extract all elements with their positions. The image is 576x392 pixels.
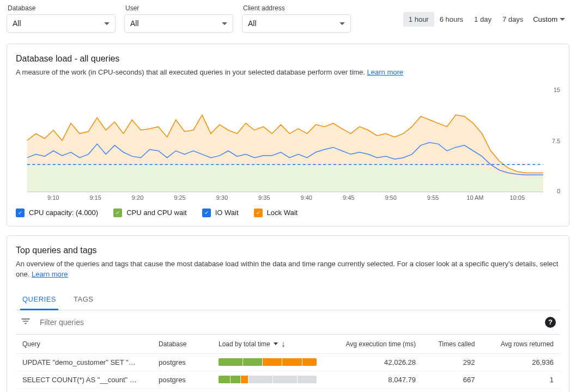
col-database[interactable]: Database	[152, 334, 212, 353]
time-1hour[interactable]: 1 hour	[403, 12, 434, 27]
legend-label: CPU capacity: (4.000)	[29, 209, 98, 217]
xtick-label: 9:45	[328, 194, 369, 201]
queries-tabs: QUERIES TAGS	[16, 290, 560, 310]
chevron-down-icon	[222, 22, 227, 25]
cell-avg-exec: 8,047.79	[323, 371, 422, 388]
chart-legend: CPU capacity: (4.000)CPU and CPU waitIO …	[16, 209, 560, 217]
load-bar	[219, 376, 317, 383]
time-custom-label: Custom	[533, 15, 557, 23]
top-queries-panel: Top queries and tags An overview of the …	[7, 235, 569, 393]
legend-label: CPU and CPU wait	[126, 209, 187, 217]
xtick-label: 10 AM	[454, 194, 496, 201]
user-filter: User All	[124, 4, 233, 33]
legend-item[interactable]: IO Wait	[202, 209, 239, 217]
cell-avg-rows: 1	[481, 371, 560, 388]
table-row[interactable]: SELECT COUNT(*) AS "__count" … postgres …	[16, 371, 560, 388]
cell-database: postgres	[152, 353, 212, 371]
table-row[interactable]: UPDATE "demo_customer" SET "… postgres 4…	[16, 353, 560, 371]
col-query[interactable]: Query	[16, 334, 152, 353]
legend-label: Lock Wait	[267, 209, 298, 217]
load-panel-title: Database load - all queries	[16, 54, 560, 64]
queries-table: Query Database Load by total time ↓ Avg …	[16, 334, 560, 389]
legend-item[interactable]: CPU and CPU wait	[113, 209, 187, 217]
top-filter-bar: Database All User All Client address All…	[0, 0, 576, 39]
learn-more-link[interactable]: Learn more	[367, 68, 403, 76]
sort-down-arrow-icon: ↓	[281, 339, 286, 349]
legend-item[interactable]: Lock Wait	[254, 209, 298, 217]
tab-queries[interactable]: QUERIES	[20, 290, 58, 310]
xtick-label: 9:55	[412, 194, 454, 201]
xtick-label: 9:40	[286, 194, 328, 201]
queries-panel-desc: An overview of the queries and tags that…	[16, 259, 560, 280]
filter-queries-input[interactable]	[38, 316, 538, 329]
load-panel-desc: A measure of the work (in CPU-seconds) t…	[16, 67, 560, 78]
database-load-panel: Database load - all queries A measure of…	[7, 44, 569, 226]
xtick-label: 9:15	[74, 194, 116, 201]
xtick-label: 9:30	[201, 194, 243, 201]
client-dropdown[interactable]: All	[242, 14, 351, 33]
time-custom[interactable]: Custom	[529, 12, 569, 27]
checkbox-icon	[202, 209, 211, 217]
ytick-top: 15	[554, 87, 560, 93]
col-avg-rows[interactable]: Avg rows returned	[481, 334, 560, 353]
database-filter: Database All	[7, 4, 116, 33]
chart-xaxis: 9:109:159:209:259:309:359:409:459:509:55…	[16, 192, 560, 201]
ytick-bot: 0	[557, 188, 560, 194]
cell-database: postgres	[152, 371, 212, 388]
user-value: All	[130, 19, 139, 28]
xtick-label: 9:50	[369, 194, 411, 201]
cell-load	[212, 353, 323, 371]
legend-label: IO Wait	[215, 209, 239, 217]
time-6hours[interactable]: 6 hours	[434, 12, 469, 27]
time-range-selector: 1 hour 6 hours 1 day 7 days Custom	[403, 12, 569, 27]
cell-load	[212, 371, 323, 388]
queries-panel-title: Top queries and tags	[16, 246, 560, 255]
load-chart[interactable]: 15 7.5 0	[16, 83, 560, 192]
cell-avg-exec: 42,026.28	[323, 353, 422, 371]
database-filter-label: Database	[7, 4, 116, 12]
chevron-down-icon	[560, 18, 565, 21]
client-filter-label: Client address	[242, 4, 351, 12]
database-dropdown[interactable]: All	[7, 14, 116, 33]
xtick-label: 9:35	[243, 194, 285, 201]
client-filter: Client address All	[242, 4, 351, 33]
col-load[interactable]: Load by total time ↓	[212, 334, 323, 353]
ytick-mid: 7.5	[552, 138, 560, 144]
xtick-label: 9:25	[159, 194, 201, 201]
load-bar	[219, 358, 317, 366]
checkbox-icon	[254, 209, 263, 217]
user-dropdown[interactable]: All	[124, 14, 233, 33]
time-7days[interactable]: 7 days	[497, 12, 529, 27]
sort-caret-icon	[274, 342, 278, 345]
user-filter-label: User	[124, 4, 233, 12]
chevron-down-icon	[104, 22, 110, 25]
help-icon[interactable]: ?	[545, 317, 556, 328]
time-1day[interactable]: 1 day	[469, 12, 497, 27]
cell-query: UPDATE "demo_customer" SET "…	[16, 353, 152, 371]
filter-list-icon[interactable]	[20, 316, 31, 328]
col-avg-exec[interactable]: Avg execution time (ms)	[323, 334, 422, 353]
xtick-label: 9:10	[32, 194, 74, 201]
cell-avg-rows: 26,936	[481, 353, 560, 371]
col-times-called[interactable]: Times called	[422, 334, 481, 353]
xtick-label: 9:20	[117, 194, 159, 201]
learn-more-link[interactable]: Learn more	[32, 270, 68, 278]
tab-tags[interactable]: TAGS	[71, 290, 95, 310]
query-filter-row: ?	[16, 310, 560, 334]
chevron-down-icon	[339, 22, 345, 25]
database-value: All	[13, 19, 21, 28]
cell-times-called: 667	[422, 371, 481, 388]
chart-svg	[16, 83, 560, 192]
cell-query: SELECT COUNT(*) AS "__count" …	[16, 371, 152, 388]
xtick-label: 10:05	[496, 194, 538, 201]
client-value: All	[248, 19, 257, 28]
legend-item[interactable]: CPU capacity: (4.000)	[16, 209, 98, 217]
checkbox-icon	[16, 209, 25, 217]
checkbox-icon	[113, 209, 122, 217]
cell-times-called: 292	[422, 353, 481, 371]
